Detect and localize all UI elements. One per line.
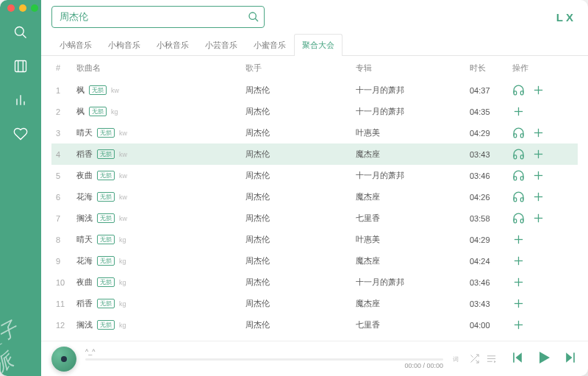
song-ops xyxy=(512,297,564,310)
song-name-cell: 花海无损kw xyxy=(76,191,245,202)
add-icon[interactable] xyxy=(512,255,525,267)
add-icon[interactable] xyxy=(512,319,525,331)
song-idx: 4 xyxy=(56,150,76,159)
playlist-icon[interactable] xyxy=(486,353,497,364)
close-icon[interactable] xyxy=(7,4,15,12)
svg-marker-40 xyxy=(516,352,522,362)
song-row[interactable]: 5夜曲无损kw周杰伦十一月的萧邦03:46 xyxy=(51,165,578,186)
sidebar: 盒子派 xyxy=(0,0,41,376)
source-tag: kw xyxy=(119,172,127,180)
svg-line-34 xyxy=(476,360,478,363)
song-row[interactable]: 7搁浅无损kw周杰伦七里香03:58 xyxy=(51,207,578,229)
tab-source-5[interactable]: 聚合大会 xyxy=(294,34,343,56)
song-artist: 周杰伦 xyxy=(245,319,356,330)
song-artist: 周杰伦 xyxy=(245,127,356,138)
tab-source-2[interactable]: 小秋音乐 xyxy=(148,34,197,56)
song-row[interactable]: 3晴天无损kw周杰伦叶惠美04:29 xyxy=(51,122,578,143)
minimize-icon[interactable] xyxy=(19,4,26,12)
add-icon[interactable] xyxy=(532,169,545,182)
song-idx: 7 xyxy=(56,214,76,223)
add-icon[interactable] xyxy=(512,276,525,288)
song-album: 十一月的萧邦 xyxy=(356,85,470,96)
sidebar-item-stats[interactable] xyxy=(12,91,29,109)
search-icon xyxy=(248,11,259,23)
song-name-cell: 晴天无损kw xyxy=(76,127,245,138)
song-name-cell: 夜曲无损kw xyxy=(76,170,245,181)
listen-icon[interactable] xyxy=(512,169,525,182)
song-ops xyxy=(512,105,564,118)
svg-text:词: 词 xyxy=(453,356,459,363)
svg-marker-39 xyxy=(494,361,496,363)
song-idx: 2 xyxy=(56,107,76,116)
add-icon[interactable] xyxy=(512,105,525,118)
listen-icon[interactable] xyxy=(512,212,525,224)
listen-icon[interactable] xyxy=(512,84,525,96)
prev-button[interactable] xyxy=(510,350,525,367)
song-idx: 9 xyxy=(56,257,76,266)
song-name-cell: 枫无损kg xyxy=(76,106,245,117)
next-button[interactable] xyxy=(563,350,578,367)
listen-icon[interactable] xyxy=(512,191,525,203)
song-duration: 04:29 xyxy=(470,129,512,138)
tab-source-4[interactable]: 小蜜音乐 xyxy=(245,34,294,56)
shuffle-icon[interactable] xyxy=(469,353,480,364)
add-icon[interactable] xyxy=(532,84,545,96)
col-header-artist: 歌手 xyxy=(245,63,356,74)
tab-source-0[interactable]: 小蜗音乐 xyxy=(51,34,100,56)
song-artist: 周杰伦 xyxy=(245,213,356,224)
song-row[interactable]: 9花海无损kg周杰伦魔杰座04:24 xyxy=(51,250,578,272)
song-row[interactable]: 10夜曲无损kg周杰伦十一月的萧邦03:46 xyxy=(51,272,578,293)
song-row[interactable]: 1枫无损kw周杰伦十一月的萧邦04:37 xyxy=(51,79,578,101)
add-icon[interactable] xyxy=(532,127,545,139)
source-tag: kg xyxy=(119,300,126,308)
song-name: 晴天 xyxy=(76,127,93,138)
sidebar-item-library[interactable] xyxy=(12,57,29,75)
quality-badge: 无损 xyxy=(97,277,115,287)
search-button[interactable] xyxy=(243,6,265,28)
album-art-disc[interactable] xyxy=(51,347,76,372)
song-row[interactable]: 4稻香无损kw周杰伦魔杰座03:43 xyxy=(51,143,578,165)
svg-line-7 xyxy=(255,18,258,21)
song-name: 枫 xyxy=(76,85,85,96)
quality-badge: 无损 xyxy=(97,213,115,223)
song-row[interactable]: 11稻香无损kg周杰伦魔杰座03:43 xyxy=(51,293,578,314)
progress-bar[interactable] xyxy=(85,358,443,361)
song-name-cell: 稻香无损kw xyxy=(76,149,245,160)
song-row[interactable]: 6花海无损kw周杰伦魔杰座04:26 xyxy=(51,186,578,207)
sidebar-item-favorites[interactable] xyxy=(12,125,29,143)
source-tag: kw xyxy=(119,194,127,201)
play-button[interactable] xyxy=(535,349,553,369)
song-name: 花海 xyxy=(76,191,93,202)
song-artist: 周杰伦 xyxy=(245,277,356,288)
add-icon[interactable] xyxy=(532,148,545,160)
song-album: 魔杰座 xyxy=(356,255,470,266)
song-name-cell: 稻香无损kg xyxy=(76,298,245,309)
add-icon[interactable] xyxy=(512,233,525,246)
add-icon[interactable] xyxy=(532,191,545,203)
listen-icon[interactable] xyxy=(512,127,525,139)
add-icon[interactable] xyxy=(532,212,545,224)
song-row[interactable]: 8晴天无损kg周杰伦叶惠美04:29 xyxy=(51,229,578,250)
search-icon xyxy=(13,25,28,40)
sidebar-item-search[interactable] xyxy=(12,24,29,41)
svg-rect-2 xyxy=(15,61,26,72)
song-name: 夜曲 xyxy=(76,170,93,181)
song-name-cell: 搁浅无损kg xyxy=(76,319,245,330)
add-icon[interactable] xyxy=(512,297,525,310)
search-input[interactable] xyxy=(51,6,265,28)
song-idx: 1 xyxy=(56,86,76,95)
song-row[interactable]: 12搁浅无损kg周杰伦七里香04:00 xyxy=(51,314,578,336)
lyrics-icon[interactable]: 词 xyxy=(452,353,463,364)
col-header-album: 专辑 xyxy=(356,63,470,74)
col-header-duration: 时长 xyxy=(470,63,512,74)
song-row[interactable]: 2枫无损kg周杰伦十一月的萧邦04:35 xyxy=(51,101,578,122)
song-ops xyxy=(512,148,564,160)
tab-source-1[interactable]: 小枸音乐 xyxy=(100,34,148,56)
song-artist: 周杰伦 xyxy=(245,106,356,117)
song-name-cell: 搁浅无损kw xyxy=(76,213,245,224)
listen-icon[interactable] xyxy=(512,148,525,160)
source-tag: kg xyxy=(119,258,126,265)
maximize-icon[interactable] xyxy=(31,4,38,12)
song-ops xyxy=(512,255,564,267)
tab-source-3[interactable]: 小芸音乐 xyxy=(197,34,245,56)
